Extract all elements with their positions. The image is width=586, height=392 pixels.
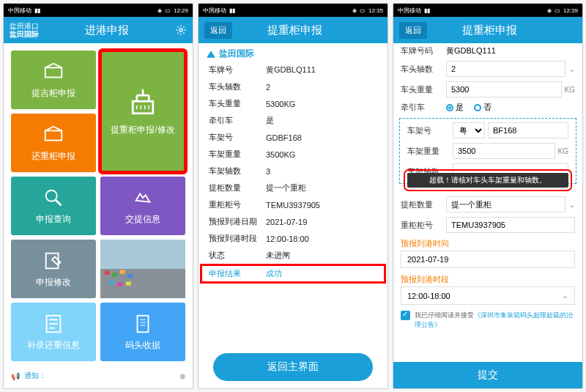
page-title: 提重柜申报 xyxy=(232,23,357,37)
label-eta-date: 预报到港时间 xyxy=(393,235,582,249)
row-head-axle: 车头轴数2 xyxy=(199,78,387,95)
close-icon[interactable]: ⊗ xyxy=(179,372,185,380)
unit-label: KG xyxy=(565,86,575,94)
notice-bar: 📢 通知： ⊗ xyxy=(11,368,185,381)
row-frame: 车架号GDBF168 xyxy=(199,129,387,146)
field-tractor: 牵引车 是 否 xyxy=(393,100,582,115)
back-button[interactable]: 返回 xyxy=(204,22,232,39)
tile-label: 提吉柜申报 xyxy=(31,87,75,100)
row-qty: 提柜数量提一个重柜 xyxy=(199,180,387,196)
chevron-down-icon[interactable]: ⌄ xyxy=(568,200,575,210)
svg-rect-7 xyxy=(45,130,62,140)
wifi-icon: ◈ xyxy=(157,7,162,14)
agree-row: 我已仔细阅读并接受《深圳市集装箱码头超限超载的治理公告》 xyxy=(393,308,582,333)
return-main-button[interactable]: 返回主界面 xyxy=(213,353,373,381)
frame-no-input[interactable] xyxy=(488,122,568,138)
phone-2: 中国移动▮▮ ◈▭12:35 返回 提重柜申报 盐田国际 车牌号黄GDBLQ11… xyxy=(198,3,388,389)
battery-icon: ▭ xyxy=(555,7,560,14)
svg-rect-24 xyxy=(138,315,149,332)
wifi-icon: ◈ xyxy=(547,7,552,14)
battery-icon: ▭ xyxy=(360,7,366,14)
row-result: 申报结果成功 xyxy=(201,265,385,282)
frame-weight-input[interactable] xyxy=(453,143,555,159)
row-tractor: 牵引车是 xyxy=(199,112,387,129)
tile-port-image[interactable] xyxy=(100,240,185,298)
tile-grid: 提吉柜申报 提重柜申报/修改 还重柜申报 申报查询 交提信息 申报修改 xyxy=(11,51,185,361)
agree-checkbox[interactable] xyxy=(401,311,410,320)
svg-rect-10 xyxy=(46,253,59,268)
container-input[interactable] xyxy=(446,217,575,233)
radio-yes[interactable]: 是 xyxy=(446,102,464,113)
svg-rect-2 xyxy=(133,101,153,114)
brand-logo: 盐田国际 xyxy=(199,43,387,62)
radio-no[interactable]: 否 xyxy=(474,102,492,113)
field-head-weight: 车头重量 KG xyxy=(393,79,582,100)
field-frame-weight: 车架重量 KG xyxy=(400,141,576,161)
chevron-down-icon: ⌄ xyxy=(562,291,568,300)
tile-label: 申报查询 xyxy=(36,213,71,226)
app-header: 盐田港口 盐田国际 进港申报 xyxy=(4,17,193,43)
qty-input[interactable] xyxy=(446,196,565,212)
head-weight-input[interactable] xyxy=(446,81,562,97)
svg-rect-17 xyxy=(109,281,114,284)
signal-icon: ▮▮ xyxy=(229,7,235,14)
tile-label: 交提信息 xyxy=(125,213,160,226)
svg-rect-16 xyxy=(127,274,133,278)
row-plate: 车牌号黄GDBLQ111 xyxy=(199,62,387,78)
tile-pickup-heavy[interactable]: 提重柜申报/修改 xyxy=(100,51,185,172)
row-eta-date: 预报到港日期2021-07-19 xyxy=(199,213,387,230)
head-axle-input[interactable] xyxy=(446,61,565,77)
frame-prefix-select[interactable]: 粤 xyxy=(453,122,485,138)
tile-supplement[interactable]: 补录还重信息 xyxy=(11,303,96,361)
app-header: 返回 提重柜申报 xyxy=(393,17,582,43)
error-toast: 超载！请核对车头车架重量和轴数。 xyxy=(407,173,568,188)
svg-rect-19 xyxy=(126,281,131,285)
gear-icon[interactable] xyxy=(175,24,187,36)
page-title: 提重柜申报 xyxy=(427,23,552,37)
chevron-down-icon[interactable]: ⌄ xyxy=(568,64,575,74)
tile-label: 补录还重信息 xyxy=(27,339,80,352)
row-head-weight: 车头重量5300KG xyxy=(199,95,387,112)
tile-return-heavy[interactable]: 还重柜申报 xyxy=(11,114,96,172)
field-plate: 车牌号码 黄GDBLQ111 xyxy=(393,43,582,59)
eta-slot-input[interactable]: 12:00-18:00⌄ xyxy=(401,286,575,305)
unit-label: KG xyxy=(558,147,568,155)
svg-rect-13 xyxy=(105,271,110,275)
field-container: 重柜柜号 xyxy=(393,215,582,235)
submit-button[interactable]: 提交 xyxy=(393,362,582,388)
row-state: 状态未进闸 xyxy=(199,247,387,264)
svg-point-0 xyxy=(179,29,182,32)
row-frame-weight: 车架重量3500KG xyxy=(199,146,387,163)
row-eta-slot: 预报到港时段12:00-18:00 xyxy=(199,230,387,247)
tile-receipt[interactable]: 码头收据 xyxy=(100,303,185,361)
back-button[interactable]: 返回 xyxy=(399,22,427,39)
tile-pickup-info[interactable]: 交提信息 xyxy=(100,177,185,235)
row-frame-axle: 车架轴数3 xyxy=(199,163,387,180)
svg-rect-11 xyxy=(100,240,185,269)
megaphone-icon: 📢 xyxy=(11,372,20,380)
tile-label: 提重柜申报/修改 xyxy=(111,124,174,136)
field-head-axle: 车头轴数 ⌄ xyxy=(393,59,582,79)
svg-rect-14 xyxy=(112,273,117,276)
tile-edit[interactable]: 申报修改 xyxy=(11,240,96,298)
svg-point-8 xyxy=(46,190,57,201)
field-frame-no: 车架号 粤 xyxy=(400,120,576,141)
status-bar: 中国移动▮▮ ◈▭12:39 xyxy=(393,4,582,17)
status-bar: 中国移动▮▮ ◈▭12:35 xyxy=(199,4,387,17)
brand-logo: 盐田港口 盐田国际 xyxy=(10,22,39,38)
clock: 12:35 xyxy=(368,7,383,14)
page-title: 进港申报 xyxy=(39,23,175,37)
row-container: 重柜柜号TEMU3937905 xyxy=(199,196,387,213)
signal-icon: ▮▮ xyxy=(424,7,430,14)
field-qty: 提柜数量 ⌄ xyxy=(393,194,582,215)
phone-3: 中国移动▮▮ ◈▭12:39 返回 提重柜申报 车牌号码 黄GDBLQ111 车… xyxy=(393,3,583,389)
label-eta-slot: 预报到港时段 xyxy=(393,271,582,285)
tile-label: 码头收据 xyxy=(125,339,160,352)
phone-1: 中国移动▮▮ ◈▭12:29 盐田港口 盐田国际 进港申报 提吉柜申报 提重柜申… xyxy=(3,3,193,389)
tile-query[interactable]: 申报查询 xyxy=(11,177,96,235)
battery-icon: ▭ xyxy=(165,7,171,14)
svg-rect-1 xyxy=(45,67,62,77)
tile-pickup-empty[interactable]: 提吉柜申报 xyxy=(11,51,96,109)
svg-line-9 xyxy=(56,199,62,205)
eta-date-input[interactable]: 2021-07-19 xyxy=(401,251,575,268)
